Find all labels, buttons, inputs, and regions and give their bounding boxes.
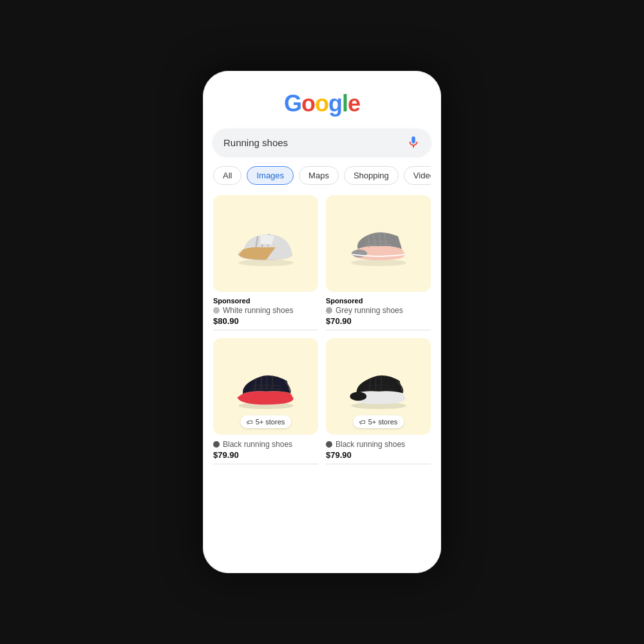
product-sponsored-2: Sponsored [326, 297, 431, 305]
color-dot-2 [326, 307, 332, 314]
tab-images[interactable]: Images [247, 166, 294, 185]
product-divider-3 [213, 464, 318, 464]
product-name-text-4: Black running shoes [336, 440, 405, 449]
search-input[interactable]: Running shoes [223, 137, 406, 148]
filter-tabs: All Images Maps Shopping Videos News [213, 166, 431, 185]
product-grid: Sponsored White running shoes $80.90 [213, 195, 431, 464]
tab-shopping[interactable]: Shopping [344, 166, 399, 185]
product-sponsored-1: Sponsored [213, 297, 318, 305]
mic-icon[interactable] [406, 135, 421, 149]
page-content: Google Running shoes All Images M [203, 90, 441, 464]
logo-o1: o [301, 90, 315, 117]
stores-badge-text-4: 5+ stores [368, 418, 398, 426]
color-dot-4 [326, 441, 332, 448]
shoe-image-grey [340, 218, 417, 269]
tag-icon-4: 🏷 [359, 419, 366, 426]
product-info-1: Sponsored White running shoes $80.90 [213, 297, 318, 330]
logo-g2: g [328, 90, 342, 117]
product-name-2: Grey running shoes [326, 306, 431, 315]
logo-g: G [284, 90, 301, 117]
product-info-2: Sponsored Grey running shoes $70.90 [326, 297, 431, 330]
logo-l: l [342, 90, 348, 117]
logo-e: e [348, 90, 360, 117]
product-name-1: White running shoes [213, 306, 318, 315]
product-image-box-1 [213, 195, 318, 292]
shoe-image-black [340, 361, 417, 412]
stores-badge-text-3: 5+ stores [256, 418, 285, 426]
product-info-4: Black running shoes $79.90 [326, 440, 431, 464]
product-name-4: Black running shoes [326, 440, 431, 449]
product-name-3: Black running shoes [213, 440, 318, 449]
product-card-1[interactable]: Sponsored White running shoes $80.90 [213, 195, 318, 330]
product-name-text-3: Black running shoes [223, 440, 292, 449]
product-divider-2 [326, 330, 431, 330]
product-price-3: $79.90 [213, 450, 318, 460]
tag-icon-3: 🏷 [247, 419, 253, 426]
tab-maps[interactable]: Maps [299, 166, 339, 185]
product-price-1: $80.90 [213, 316, 318, 326]
product-card-4[interactable]: 🏷 5+ stores Black running shoes $79.90 [326, 338, 431, 464]
product-card-2[interactable]: Sponsored Grey running shoes $70.90 [326, 195, 431, 330]
product-price-4: $79.90 [326, 450, 431, 460]
shoe-image-black-red [227, 361, 305, 412]
phone-frame: Google Running shoes All Images M [203, 71, 441, 573]
product-image-box-4: 🏷 5+ stores [326, 338, 431, 435]
tab-all[interactable]: All [213, 166, 242, 185]
product-divider-1 [213, 330, 318, 330]
svg-point-5 [350, 392, 366, 401]
product-info-3: Black running shoes $79.90 [213, 440, 318, 464]
color-dot-1 [213, 307, 220, 314]
product-name-text-1: White running shoes [223, 306, 293, 315]
product-card-3[interactable]: 🏷 5+ stores Black running shoes $79.90 [213, 338, 318, 464]
product-divider-4 [326, 464, 431, 464]
shoe-image-white [227, 218, 305, 269]
logo-o2: o [315, 90, 328, 117]
tab-videos[interactable]: Videos [404, 166, 431, 185]
search-bar[interactable]: Running shoes [213, 129, 431, 156]
color-dot-3 [213, 441, 220, 448]
stores-badge-3: 🏷 5+ stores [240, 415, 292, 428]
svg-point-0 [238, 260, 294, 266]
product-image-box-2 [326, 195, 431, 292]
google-logo: Google [213, 90, 431, 117]
svg-point-1 [351, 260, 406, 266]
product-image-box-3: 🏷 5+ stores [213, 338, 318, 435]
product-price-2: $70.90 [326, 316, 431, 326]
stores-badge-4: 🏷 5+ stores [353, 415, 404, 428]
product-name-text-2: Grey running shoes [336, 306, 403, 315]
